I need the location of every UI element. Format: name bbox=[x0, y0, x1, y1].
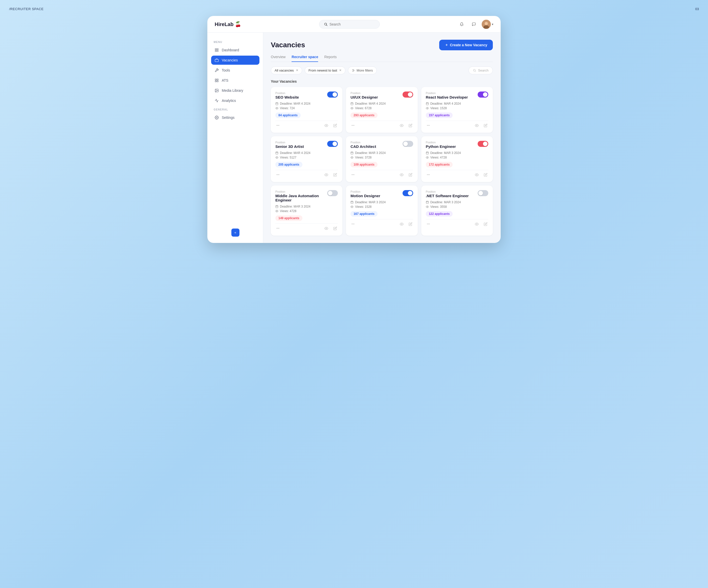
card-meta: Deadline: MAR 3 2024 Views: 3728 bbox=[351, 151, 413, 159]
card-view-button[interactable] bbox=[399, 172, 404, 177]
svg-rect-10 bbox=[215, 59, 218, 62]
tabs: Overview Recruiter space Reports bbox=[271, 55, 493, 62]
vacancy-toggle[interactable] bbox=[327, 141, 338, 147]
vacancy-toggle[interactable] bbox=[327, 91, 338, 97]
card-view-button[interactable] bbox=[324, 123, 329, 128]
card-menu-button[interactable] bbox=[426, 172, 431, 177]
card-menu-button[interactable] bbox=[275, 226, 281, 231]
card-view-button[interactable] bbox=[399, 222, 404, 227]
sidebar-item-analytics[interactable]: Analytics bbox=[211, 96, 260, 105]
views-text: Views: 4728 bbox=[430, 156, 447, 159]
filter-icon bbox=[352, 69, 355, 72]
vacancy-toggle[interactable] bbox=[403, 91, 413, 97]
svg-point-91 bbox=[352, 224, 352, 224]
card-view-button[interactable] bbox=[399, 123, 404, 128]
tab-overview[interactable]: Overview bbox=[271, 55, 286, 62]
svg-point-38 bbox=[353, 125, 353, 126]
filter-sort[interactable]: From newest to last ✕ bbox=[305, 66, 345, 74]
card-title: Senior 3D Artist bbox=[275, 144, 304, 149]
sidebar-collapse-button[interactable]: « bbox=[231, 229, 239, 237]
card-menu-button[interactable] bbox=[275, 172, 281, 177]
dots-icon bbox=[426, 124, 430, 127]
sidebar-item-dashboard[interactable]: Dashboard bbox=[211, 46, 260, 55]
svg-rect-77 bbox=[276, 206, 278, 208]
deadline-text: Deadline: MAR 3 2024 bbox=[355, 201, 386, 204]
card-edit-button[interactable] bbox=[483, 172, 488, 177]
deadline-text: Deadline: MAR 4 2024 bbox=[430, 102, 461, 106]
card-edit-button[interactable] bbox=[408, 172, 413, 177]
card-edit-button[interactable] bbox=[408, 123, 413, 128]
card-edit-button[interactable] bbox=[408, 222, 413, 227]
sidebar-item-vacancies[interactable]: Vacancies bbox=[211, 56, 260, 65]
card-info: Position Motion Designer bbox=[351, 190, 380, 198]
eye-icon bbox=[475, 222, 479, 226]
create-vacancy-button[interactable]: ＋ Create a New Vacancy bbox=[439, 40, 493, 50]
filter-sort-close-icon[interactable]: ✕ bbox=[339, 68, 342, 72]
views-row: Views: 3728 bbox=[351, 156, 413, 159]
card-actions bbox=[351, 219, 413, 227]
card-meta: Deadline: MAR 3 2024 Views: 4728 bbox=[275, 205, 338, 213]
search-input[interactable] bbox=[329, 22, 375, 26]
card-title: Python Engineer bbox=[426, 144, 456, 149]
card-menu-button[interactable] bbox=[426, 222, 431, 227]
card-top: Position .NET Software Engineer bbox=[426, 190, 488, 198]
card-menu-button[interactable] bbox=[426, 123, 431, 128]
card-view-button[interactable] bbox=[324, 226, 329, 231]
vacancy-toggle[interactable] bbox=[478, 91, 488, 97]
svg-point-48 bbox=[429, 125, 430, 126]
sidebar-item-media-library[interactable]: Media Library bbox=[211, 86, 260, 95]
card-view-button[interactable] bbox=[474, 222, 479, 227]
global-search-bar[interactable] bbox=[319, 20, 380, 29]
deadline-row: Deadline: MAR 3 2024 bbox=[275, 205, 338, 208]
card-view-button[interactable] bbox=[474, 123, 479, 128]
card-menu-button[interactable] bbox=[275, 123, 281, 128]
card-view-button[interactable] bbox=[324, 172, 329, 177]
user-avatar-wrapper[interactable]: ▾ bbox=[482, 20, 493, 29]
card-edit-button[interactable] bbox=[483, 123, 488, 128]
position-label: Position bbox=[275, 141, 304, 144]
sidebar-item-tools[interactable]: Tools bbox=[211, 66, 260, 75]
vacancy-toggle[interactable] bbox=[478, 190, 488, 196]
card-menu-button[interactable] bbox=[351, 172, 355, 177]
vacancy-toggle[interactable] bbox=[403, 141, 413, 147]
vacancy-toggle[interactable] bbox=[478, 141, 488, 147]
messages-button[interactable] bbox=[470, 20, 478, 29]
edit-icon bbox=[409, 222, 412, 226]
svg-point-64 bbox=[352, 174, 352, 175]
position-label: Position bbox=[351, 190, 380, 193]
vacancy-toggle[interactable] bbox=[403, 190, 413, 196]
nav-icons: ▾ bbox=[458, 20, 493, 29]
card-menu-button[interactable] bbox=[351, 123, 355, 128]
filter-more[interactable]: More filters bbox=[348, 66, 377, 74]
card-menu-button[interactable] bbox=[351, 222, 355, 227]
card-top: Position Middle Java Automation Engineer bbox=[275, 190, 338, 202]
card-view-button[interactable] bbox=[474, 172, 479, 177]
tools-icon bbox=[214, 68, 219, 72]
notifications-bell-button[interactable] bbox=[458, 20, 466, 29]
filter-all-vacancies[interactable]: All vacancies ✕ bbox=[271, 66, 302, 74]
vacancy-search-filter[interactable]: Search bbox=[469, 66, 493, 74]
eye-icon bbox=[475, 173, 479, 177]
card-edit-button[interactable] bbox=[332, 123, 338, 128]
edit-icon bbox=[409, 124, 412, 127]
vacancy-toggle[interactable] bbox=[327, 190, 338, 196]
card-top: Position Motion Designer bbox=[351, 190, 413, 198]
logo-text: HireLab bbox=[215, 22, 233, 27]
card-edit-button[interactable] bbox=[332, 172, 338, 177]
sidebar-item-settings[interactable]: Settings bbox=[211, 113, 260, 122]
svg-point-27 bbox=[276, 108, 277, 109]
filter-more-label: More filters bbox=[357, 68, 373, 72]
applicants-badge: 167 applicants bbox=[351, 211, 378, 217]
views-row: Views: 724 bbox=[275, 107, 338, 110]
tab-recruiter-space[interactable]: Recruiter space bbox=[292, 55, 318, 62]
media-library-icon bbox=[214, 88, 219, 92]
views-row: Views: 4728 bbox=[426, 156, 488, 159]
edit-icon bbox=[484, 173, 488, 177]
sidebar-item-ats[interactable]: ATS bbox=[211, 76, 260, 85]
edit-icon bbox=[333, 173, 337, 177]
card-edit-button[interactable] bbox=[483, 222, 488, 227]
filter-all-close-icon[interactable]: ✕ bbox=[296, 68, 298, 72]
card-edit-button[interactable] bbox=[332, 226, 338, 231]
tab-reports[interactable]: Reports bbox=[324, 55, 336, 62]
chevron-down-icon: ▾ bbox=[492, 23, 493, 26]
